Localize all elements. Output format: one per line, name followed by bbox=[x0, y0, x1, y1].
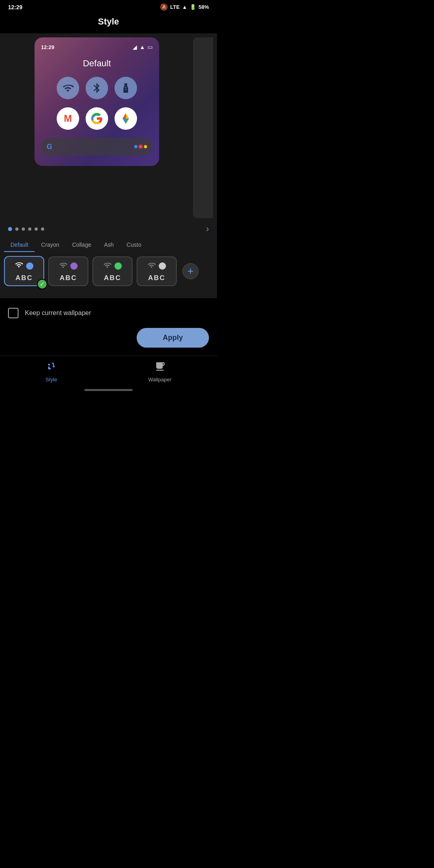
keep-wallpaper-checkbox[interactable] bbox=[8, 308, 18, 318]
next-arrow[interactable]: › bbox=[206, 224, 209, 234]
battery-icon: 🔋 bbox=[190, 4, 196, 10]
preview-card-default: 12:29 ◢ ▲ ▭ Default bbox=[35, 37, 159, 166]
wifi-icon-crayon bbox=[59, 261, 67, 271]
bottom-nav: Style Wallpaper bbox=[0, 356, 217, 386]
status-time: 12:29 bbox=[8, 4, 23, 10]
selected-check: ✓ bbox=[37, 279, 47, 289]
wifi-icon-collage bbox=[103, 261, 111, 271]
wifi-icon-ash bbox=[147, 261, 156, 271]
tab-custom[interactable]: Custo bbox=[120, 238, 148, 252]
preview-statusbar: 12:29 ◢ ▲ ▭ bbox=[41, 44, 153, 50]
nav-label-style: Style bbox=[45, 377, 57, 383]
page-dot-6 bbox=[41, 227, 44, 231]
bluetooth-tile bbox=[86, 77, 108, 99]
wifi-icon-small bbox=[15, 261, 23, 271]
apply-button-row: Apply bbox=[0, 328, 217, 356]
preview-wifi-icon: ◢ bbox=[133, 44, 137, 50]
preview-status-icons: ◢ ▲ ▭ bbox=[133, 44, 153, 50]
battery-percent: 58% bbox=[199, 4, 209, 10]
status-icons: 🔕 LTE ▲ 🔋 58% bbox=[160, 3, 209, 11]
apply-button[interactable]: Apply bbox=[137, 328, 209, 348]
card-icons-collage bbox=[103, 261, 122, 271]
tab-ash[interactable]: Ash bbox=[98, 238, 120, 252]
style-card-collage[interactable]: ABC bbox=[92, 256, 133, 286]
card-icons-ash bbox=[147, 261, 166, 271]
app-icons-row: M bbox=[41, 107, 153, 130]
preview-area: 12:29 ◢ ▲ ▭ Default bbox=[0, 33, 217, 218]
collage-card-abc: ABC bbox=[104, 274, 121, 282]
default-color-dot bbox=[26, 262, 33, 270]
keep-wallpaper-label: Keep current wallpaper bbox=[25, 309, 91, 317]
preview-card-peek bbox=[193, 37, 213, 218]
nav-item-style[interactable]: Style bbox=[45, 361, 57, 383]
search-bar: G bbox=[41, 138, 153, 156]
mute-icon: 🔕 bbox=[160, 3, 168, 11]
tab-crayon[interactable]: Crayon bbox=[35, 238, 66, 252]
preview-signal-icon: ▲ bbox=[139, 44, 145, 50]
tab-default[interactable]: Default bbox=[4, 238, 35, 252]
add-style-button[interactable]: + bbox=[182, 263, 199, 279]
style-card-ash[interactable]: ABC bbox=[137, 256, 177, 286]
page-dot-1 bbox=[8, 227, 12, 231]
keep-wallpaper-row: Keep current wallpaper bbox=[0, 298, 217, 328]
preview-style-label: Default bbox=[41, 58, 153, 69]
page-indicator-row: › bbox=[0, 218, 217, 238]
page-dot-4 bbox=[28, 227, 31, 231]
page-dot-5 bbox=[35, 227, 38, 231]
ash-card-abc: ABC bbox=[148, 274, 166, 282]
flashlight-tile bbox=[115, 77, 137, 99]
ash-color-dot bbox=[159, 262, 166, 270]
collage-color-dot bbox=[115, 262, 122, 270]
default-card-abc: ABC bbox=[16, 274, 33, 282]
lte-label: LTE bbox=[170, 4, 180, 10]
page-dot-3 bbox=[22, 227, 25, 231]
card-icons-default bbox=[15, 261, 33, 271]
nav-item-wallpaper[interactable]: Wallpaper bbox=[148, 361, 172, 383]
preview-time: 12:29 bbox=[41, 44, 54, 50]
mic-dots bbox=[134, 145, 147, 149]
tab-collage[interactable]: Collage bbox=[66, 238, 98, 252]
style-card-default[interactable]: ABC ✓ bbox=[4, 256, 44, 286]
photos-app-icon bbox=[115, 107, 137, 130]
page-dots bbox=[8, 227, 44, 231]
style-nav-icon bbox=[46, 361, 57, 375]
home-indicator bbox=[84, 389, 133, 391]
page-title: Style bbox=[0, 12, 217, 33]
status-bar: 12:29 🔕 LTE ▲ 🔋 58% bbox=[0, 0, 217, 12]
google-app-icon bbox=[86, 107, 108, 130]
page-dot-2 bbox=[15, 227, 18, 231]
style-card-crayon[interactable]: ABC bbox=[48, 256, 88, 286]
signal-icon: ▲ bbox=[182, 4, 187, 10]
card-icons-crayon bbox=[59, 261, 78, 271]
wifi-tile bbox=[57, 77, 79, 99]
gmail-app-icon: M bbox=[57, 107, 79, 130]
wallpaper-nav-icon bbox=[154, 361, 166, 375]
style-tabs-labels: Default Crayon Collage Ash Custo bbox=[4, 238, 213, 252]
preview-battery-icon: ▭ bbox=[147, 44, 153, 50]
nav-label-wallpaper: Wallpaper bbox=[148, 377, 172, 383]
google-search-logo: G bbox=[47, 143, 52, 151]
crayon-color-dot bbox=[70, 262, 78, 270]
crayon-card-abc: ABC bbox=[60, 274, 77, 282]
quick-tiles bbox=[41, 77, 153, 99]
style-tabs-section: Default Crayon Collage Ash Custo ABC ✓ bbox=[0, 238, 217, 298]
